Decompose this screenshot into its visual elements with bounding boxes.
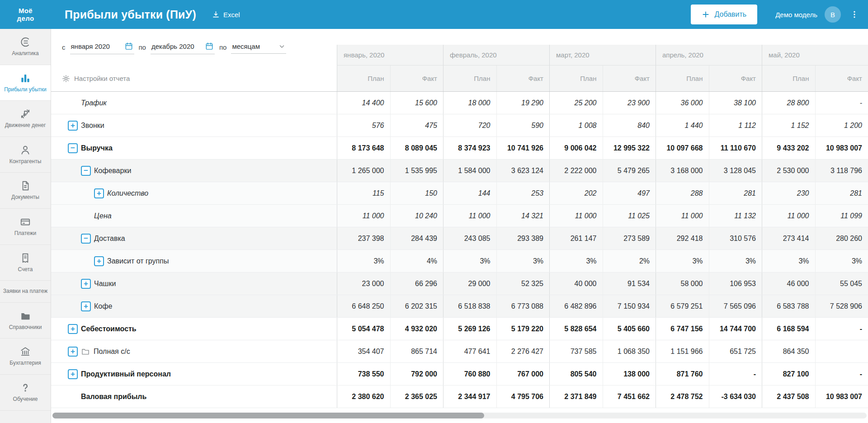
subheader-plan: План <box>549 66 603 91</box>
gear-icon <box>62 75 70 83</box>
value-cell: 576 <box>337 114 390 136</box>
app-body: АналитикаПрибыли убыткиДвижение денегКон… <box>0 29 868 423</box>
value-cell: 11 000 <box>549 205 603 227</box>
value-cell: 23 900 <box>603 92 656 114</box>
date-from-input[interactable]: января 2020 <box>70 40 134 54</box>
expand-toggle-icon[interactable]: + <box>68 347 78 357</box>
row-label: Кофеварки <box>94 167 131 175</box>
sidebar-item-label: Обучение <box>2 396 49 403</box>
sidebar-item-payments[interactable]: Платежи <box>0 209 51 245</box>
value-cell: 10 983 007 <box>815 385 868 408</box>
horizontal-scrollbar[interactable] <box>52 413 867 418</box>
period-select-value: месяцам <box>232 42 260 50</box>
value-cell: 1 440 <box>656 114 709 136</box>
date-to-input[interactable]: декабрь 2020 <box>151 40 215 54</box>
period-select[interactable]: месяцам <box>231 41 286 54</box>
row-label: Доставка <box>94 235 125 243</box>
value-cell: 237 398 <box>337 227 390 249</box>
sidebar-item-contractors[interactable]: Контрагенты <box>0 137 51 173</box>
sidebar-item-money-flow[interactable]: Движение денег <box>0 101 51 137</box>
value-cell: 6 168 594 <box>762 318 815 340</box>
calendar-icon <box>124 42 133 51</box>
collapse-toggle-icon[interactable]: − <box>81 234 91 244</box>
sidebar: АналитикаПрибыли убыткиДвижение денегКон… <box>0 29 51 423</box>
expand-toggle-icon[interactable]: + <box>94 188 104 198</box>
row-label-cell: +Кофе <box>51 295 337 317</box>
add-button[interactable]: Добавить <box>691 5 757 24</box>
download-icon <box>212 10 220 19</box>
value-cell: 1 151 966 <box>656 340 709 362</box>
value-cell: 273 414 <box>762 227 815 249</box>
table-row-revenue: −Выручка8 173 6488 089 0458 374 92310 74… <box>51 137 868 160</box>
sidebar-item-accounting[interactable]: Бухгалтерия <box>0 338 51 375</box>
user-model-label[interactable]: Демо модель <box>775 11 817 19</box>
value-cell: 11 000 <box>443 205 496 227</box>
expand-toggle-icon[interactable]: + <box>68 369 78 379</box>
sidebar-item-payment-requests[interactable]: Заявки на платеж <box>0 281 51 303</box>
sidebar-item-label: Заявки на платеж <box>2 288 49 295</box>
value-cell: 2 365 025 <box>390 385 443 408</box>
value-cell: 2 530 000 <box>762 160 815 182</box>
row-label: Полная с/с <box>94 348 130 356</box>
value-cell: 5 269 126 <box>443 318 496 340</box>
month-header-cell: май, 2020 <box>762 45 868 66</box>
value-cell: 66 296 <box>390 273 443 295</box>
sidebar-item-analytics[interactable]: Аналитика <box>0 29 51 65</box>
expand-toggle-icon[interactable]: + <box>68 121 78 131</box>
sidebar-item-label: Справочники <box>2 324 49 331</box>
collapse-toggle-icon[interactable]: − <box>81 166 91 176</box>
chevron-down-icon <box>278 43 285 50</box>
sidebar-item-invoices[interactable]: Счета <box>0 245 51 281</box>
value-cell: 5 828 654 <box>549 318 603 340</box>
subheader-fact: Факт <box>603 66 656 91</box>
expand-toggle-icon[interactable]: + <box>94 256 104 266</box>
value-cell: 7 565 096 <box>709 295 762 317</box>
value-cell: 2 380 620 <box>337 385 390 408</box>
report-settings-label: Настройки отчета <box>74 75 130 82</box>
value-cell: 1 152 <box>762 114 815 136</box>
sidebar-item-documents[interactable]: Документы <box>0 173 51 209</box>
value-cell: 737 585 <box>549 340 603 362</box>
report-filter-row: с января 2020 по декабрь 2020 <box>51 29 868 66</box>
expand-toggle-icon[interactable]: + <box>81 301 91 311</box>
value-cell: - <box>815 363 868 385</box>
plus-icon <box>702 10 710 19</box>
value-cell: 477 641 <box>443 340 496 362</box>
row-label: Цена <box>94 212 112 220</box>
value-cell: 840 <box>603 114 656 136</box>
row-label: Кофе <box>94 302 112 310</box>
value-cell: 14 400 <box>337 92 390 114</box>
row-label-cell: +Чашки <box>51 273 337 295</box>
app-logo[interactable]: Моё дело <box>0 7 51 23</box>
value-cell: 6 747 156 <box>656 318 709 340</box>
kebab-menu-icon[interactable] <box>847 8 862 21</box>
value-cell: 2 222 000 <box>549 160 603 182</box>
invoice-icon <box>2 252 49 265</box>
excel-label: Excel <box>223 11 240 19</box>
sidebar-item-label: Документы <box>2 194 49 201</box>
value-cell: 805 540 <box>549 363 603 385</box>
bank-icon <box>2 346 49 358</box>
value-cell: 5 054 478 <box>337 318 390 340</box>
avatar[interactable]: В <box>825 6 841 23</box>
value-cell: 2 478 752 <box>656 385 709 408</box>
excel-export-button[interactable]: Excel <box>212 10 240 19</box>
report-settings-button[interactable]: Настройки отчета <box>51 66 337 91</box>
expand-toggle-icon[interactable]: + <box>68 324 78 334</box>
value-cell: 150 <box>390 182 443 204</box>
sidebar-item-label: Аналитика <box>2 50 49 57</box>
page-title: Прибыли убытки (ПиУ) <box>65 8 196 21</box>
month-header-cell: март, 2020 <box>549 45 656 66</box>
expand-toggle-icon[interactable]: + <box>81 279 91 289</box>
value-cell: 1 584 000 <box>443 160 496 182</box>
value-cell: 11 110 670 <box>709 137 762 159</box>
value-cell: 5 479 265 <box>603 160 656 182</box>
collapse-toggle-icon[interactable]: − <box>68 143 78 153</box>
sidebar-item-directories[interactable]: Справочники <box>0 303 51 339</box>
sidebar-item-training[interactable]: Обучение <box>0 375 51 411</box>
scrollbar-thumb[interactable] <box>52 413 484 418</box>
sidebar-item-profit-loss[interactable]: Прибыли убытки <box>0 65 51 101</box>
value-cell: 475 <box>390 114 443 136</box>
value-cell: 243 085 <box>443 227 496 249</box>
value-cell: 5 405 660 <box>603 318 656 340</box>
